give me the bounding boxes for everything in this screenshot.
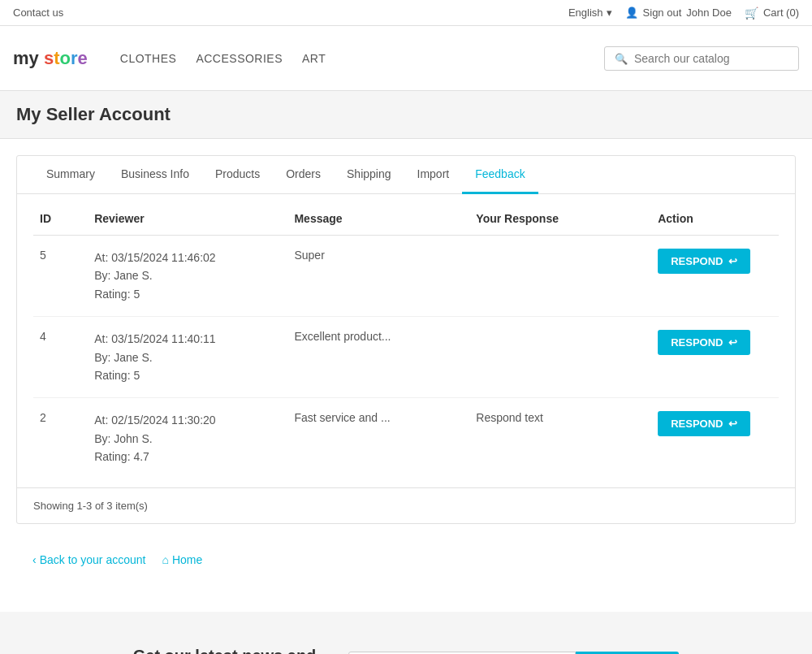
home-label: Home (172, 553, 202, 566)
sign-out-button[interactable]: Sign out John Doe (625, 6, 732, 19)
language-label: English (568, 6, 603, 19)
tab-orders[interactable]: Orders (273, 156, 334, 194)
home-icon (162, 553, 168, 566)
main-nav: CLOTHES ACCESSORIES ART (120, 52, 604, 65)
header: my store CLOTHES ACCESSORIES ART (0, 26, 812, 91)
tab-products[interactable]: Products (202, 156, 273, 194)
table-row: 2 At: 02/15/2024 11:30:20By: John S.Rati… (33, 398, 779, 479)
cell-message-0: Super (287, 236, 469, 317)
col-header-message: Message (287, 202, 469, 236)
cell-reviewer-1: At: 03/15/2024 11:40:11By: Jane S.Rating… (88, 317, 287, 398)
subscribe-button[interactable]: SUBSCRIBE (576, 652, 679, 654)
tab-summary[interactable]: Summary (33, 156, 108, 194)
back-links: Back to your account Home (16, 540, 796, 579)
cell-id-0: 5 (33, 236, 88, 317)
respond-button-0[interactable]: RESPOND ↩ (658, 249, 749, 274)
cell-message-1: Excellent product... (287, 317, 469, 398)
language-selector[interactable]: English ▾ (568, 6, 612, 19)
cell-reviewer-0: At: 03/15/2024 11:46:02By: Jane S.Rating… (88, 236, 287, 317)
seller-card: Summary Business Info Products Orders Sh… (16, 155, 796, 524)
newsletter-title: Get our latest news and special sales (133, 644, 317, 654)
respond-button-2[interactable]: RESPOND ↩ (658, 411, 749, 436)
table-footer: Showing 1-3 of 3 item(s) (17, 487, 795, 523)
reply-icon-1: ↩ (728, 336, 737, 349)
reply-icon-0: ↩ (728, 255, 737, 267)
table-row: 4 At: 03/15/2024 11:40:11By: Jane S.Rati… (33, 317, 779, 398)
cell-action-0: RESPOND ↩ (651, 236, 779, 317)
col-header-response: Your Response (469, 202, 651, 236)
table-header-row: ID Reviewer Message Your Response Action (33, 202, 779, 236)
feedback-table: ID Reviewer Message Your Response Action… (33, 202, 779, 479)
search-input[interactable] (634, 52, 788, 65)
home-link[interactable]: Home (162, 553, 202, 566)
cell-id-2: 2 (33, 398, 88, 479)
top-bar: Contact us English ▾ Sign out John Doe C… (0, 0, 812, 26)
cell-id-1: 4 (33, 317, 88, 398)
newsletter-section: Get our latest news and special sales SU… (0, 612, 812, 654)
cell-action-1: RESPOND ↩ (651, 317, 779, 398)
sign-out-label: Sign out (643, 6, 682, 19)
search-icon (615, 52, 628, 65)
back-to-account-link[interactable]: Back to your account (32, 553, 145, 566)
feedback-table-wrapper: ID Reviewer Message Your Response Action… (17, 194, 795, 487)
cart-button[interactable]: Cart (0) (745, 6, 799, 19)
back-label: Back to your account (40, 553, 146, 566)
top-bar-right: English ▾ Sign out John Doe Cart (0) (568, 6, 799, 19)
col-header-action: Action (651, 202, 779, 236)
showing-count: Showing 1-3 of 3 item(s) (33, 500, 148, 512)
user-name: John Doe (686, 6, 732, 19)
page-title: My Seller Account (16, 104, 796, 125)
tab-feedback[interactable]: Feedback (462, 156, 538, 194)
newsletter-text: Get our latest news and special sales (133, 644, 317, 654)
main-content: Summary Business Info Products Orders Sh… (0, 139, 812, 596)
cell-action-2: RESPOND ↩ (651, 398, 779, 479)
tab-import[interactable]: Import (404, 156, 463, 194)
cart-label: Cart (0) (763, 6, 799, 19)
respond-button-1[interactable]: RESPOND ↩ (658, 330, 749, 355)
table-row: 5 At: 03/15/2024 11:46:02By: Jane S.Rati… (33, 236, 779, 317)
logo[interactable]: my store (13, 48, 88, 69)
newsletter-email-input[interactable] (348, 652, 576, 654)
tab-bar: Summary Business Info Products Orders Sh… (17, 156, 795, 194)
nav-accessories[interactable]: ACCESSORIES (196, 52, 283, 65)
tab-shipping[interactable]: Shipping (334, 156, 404, 194)
newsletter-line1: Get our latest news and (133, 647, 317, 654)
user-icon (625, 6, 638, 19)
reply-icon-2: ↩ (728, 418, 737, 430)
col-header-reviewer: Reviewer (88, 202, 287, 236)
cell-reviewer-2: At: 02/15/2024 11:30:20By: John S.Rating… (88, 398, 287, 479)
language-dropdown-icon: ▾ (607, 6, 612, 19)
cell-response-1 (469, 317, 651, 398)
col-header-id: ID (33, 202, 88, 236)
cell-response-0 (469, 236, 651, 317)
contact-link[interactable]: Contact us (13, 6, 63, 19)
tab-business-info[interactable]: Business Info (108, 156, 202, 194)
logo-my: my (13, 48, 44, 68)
nav-art[interactable]: ART (302, 52, 326, 65)
back-arrow-icon (32, 553, 37, 566)
newsletter-form: SUBSCRIBE (348, 652, 679, 654)
page-title-section: My Seller Account (0, 91, 812, 139)
cell-message-2: Fast service and ... (287, 398, 469, 479)
cart-icon (745, 6, 758, 19)
cell-response-2: Respond text (469, 398, 651, 479)
search-box (604, 46, 799, 71)
nav-clothes[interactable]: CLOTHES (120, 52, 177, 65)
